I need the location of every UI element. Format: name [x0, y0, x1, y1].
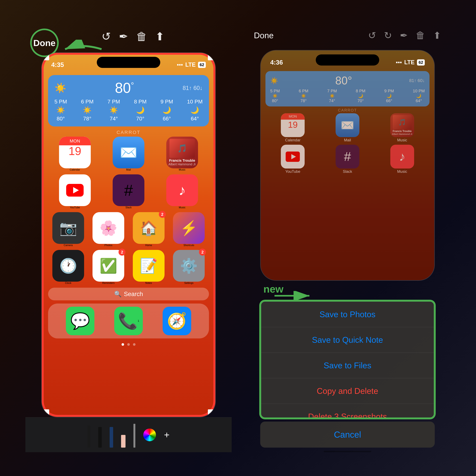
done-button-circle[interactable]: Done: [30, 29, 59, 57]
right-status-right: ▪▪▪ LTE 62: [396, 59, 425, 66]
slack-label: Slack: [125, 206, 132, 209]
weather-widget: ☀️ 80° 81↑ 60↓ 5 PM ☀️ 80°: [48, 75, 209, 126]
safari-dock-icon[interactable]: 🧭: [163, 307, 191, 335]
phone-badge: 1: [138, 320, 139, 323]
forecast-icon: 🌙: [190, 106, 199, 114]
notes-app-icon[interactable]: 📝: [133, 250, 165, 282]
right-signal: ▪▪▪: [396, 59, 402, 66]
right-phone-frame: 4:36 ▪▪▪ LTE 62 ☀️ 80° 81↑: [260, 50, 435, 281]
search-bar[interactable]: 🔍 Search: [48, 288, 209, 300]
youtube-label: YouTube: [70, 206, 80, 209]
right-status-bar: 4:36 ▪▪▪ LTE 62: [261, 51, 434, 69]
search-text: Search: [124, 291, 143, 298]
pen-black-tool[interactable]: [98, 422, 102, 448]
forecast-temp: 66°: [163, 116, 171, 122]
calendar-app-icon[interactable]: MON 19: [59, 136, 91, 168]
right-toolbar-icons: ↺ ↻ ✒ 🗑 ⬆: [280, 30, 441, 41]
pencil-tool[interactable]: [87, 422, 90, 448]
app-row-3: 📷 Camera 🌸 Photos 🏠 2: [42, 212, 215, 247]
clock-app-icon[interactable]: 🕐: [52, 250, 84, 282]
right-network: LTE: [404, 59, 415, 66]
cal-top: MON: [59, 136, 91, 145]
right-panel: Done ↺ ↻ ✒ 🗑 ⬆ 4:36 ▪▪▪ LTE: [244, 24, 451, 452]
left-panel: Done ↺ ✒ 🗑 ⬆: [25, 24, 232, 452]
save-to-photos-label: Save to Photos: [320, 310, 375, 319]
time: 4:35: [51, 61, 64, 68]
shortcuts-label: Shortcuts: [183, 244, 194, 247]
right-battery: 62: [417, 59, 425, 66]
phone-dock-icon[interactable]: 📞 1: [114, 307, 143, 335]
app-row-1: MON 19 Calendar ✉️ Mail: [42, 136, 215, 171]
slack-app-icon[interactable]: #: [113, 174, 144, 206]
forecast-temp: 78°: [83, 116, 91, 122]
album-art: 🎵: [177, 144, 187, 153]
network-label: LTE: [185, 61, 196, 68]
delete-screenshots-item[interactable]: Delete 3 Screenshots: [261, 404, 434, 418]
messages-dock-icon[interactable]: 💬: [66, 307, 94, 335]
reminders-label: Reminders: [102, 282, 115, 285]
pen-blue-tool[interactable]: [110, 422, 113, 448]
forecast-icon: 🌙: [162, 106, 171, 114]
photos-app-icon[interactable]: 🌸: [92, 212, 124, 244]
arrow-to-done: [57, 40, 105, 59]
trash-icon[interactable]: 🗑: [136, 30, 147, 43]
forecast-5pm: 5 PM ☀️ 80°: [54, 99, 67, 122]
photos-icon: 🌸: [100, 220, 117, 237]
dot-2: [127, 343, 130, 346]
song-artist: Albert Hammond Jr: [169, 162, 196, 166]
right-share-icon[interactable]: ⬆: [433, 30, 441, 41]
right-done-button[interactable]: Done: [254, 31, 273, 40]
share-icon[interactable]: ⬆: [155, 30, 165, 43]
right-redo-icon[interactable]: ↻: [384, 30, 392, 41]
forecast-temp: 64°: [191, 116, 199, 122]
right-time: 4:36: [270, 59, 283, 66]
context-menu: Save to Photos Save to Quick Note Save t…: [260, 301, 435, 418]
forecast-time: 8 PM: [134, 99, 146, 105]
right-undo-icon[interactable]: ↺: [368, 30, 376, 41]
done-label: Done: [33, 38, 55, 48]
camera-label: Camera: [64, 244, 73, 247]
save-to-photos-item[interactable]: Save to Photos: [261, 302, 434, 327]
music-app-icon[interactable]: 🎵 Francis Trouble Albert Hammond Jr: [166, 136, 198, 168]
music2-icon: ♪: [179, 182, 186, 199]
weather-range: 81↑ 60↓: [183, 85, 203, 91]
cancel-button[interactable]: Cancel: [260, 422, 435, 448]
forecast-time: 7 PM: [107, 99, 120, 105]
forecast-7pm: 7 PM ☀️ 74°: [107, 99, 120, 122]
color-picker[interactable]: [143, 422, 156, 448]
home-app-icon[interactable]: 🏠 2: [133, 212, 165, 244]
right-pen-icon[interactable]: ✒: [400, 30, 408, 41]
forecast-temp: 70°: [136, 116, 144, 122]
forecast-icon: ☀️: [56, 106, 65, 114]
add-tool-button[interactable]: +: [164, 422, 170, 448]
camera-app-icon[interactable]: 📷: [52, 212, 84, 244]
camera-icon: 📷: [59, 220, 77, 237]
forecast-time: 6 PM: [81, 99, 93, 105]
eraser-tool[interactable]: [121, 422, 125, 448]
mail-app-icon[interactable]: ✉️: [113, 136, 144, 168]
right-trash-icon[interactable]: 🗑: [416, 30, 425, 41]
toolbar-icons: ↺ ✒ 🗑 ⬆: [102, 30, 165, 43]
home-indicator-right: [324, 451, 371, 452]
music2-app-icon[interactable]: ♪: [166, 174, 198, 206]
settings-label: Settings: [184, 282, 193, 285]
shortcuts-app-icon[interactable]: ⚡: [173, 212, 205, 244]
save-to-quick-note-item[interactable]: Save to Quick Note: [261, 327, 434, 353]
youtube-app-icon[interactable]: [59, 174, 91, 206]
settings-badge: 2: [199, 249, 206, 255]
copy-and-delete-item[interactable]: Copy and Delete: [261, 378, 434, 404]
weather-icon: ☀️: [54, 82, 66, 94]
battery-badge: 62: [198, 62, 206, 68]
signal-icon: ▪▪▪: [177, 61, 183, 68]
pen-icon[interactable]: ✒: [119, 30, 128, 43]
reminders-app-icon[interactable]: ✅ 2: [92, 250, 124, 282]
settings-app-icon[interactable]: ⚙️ 2: [173, 250, 205, 282]
mail-label: Mail: [126, 168, 131, 171]
forecast-8pm: 8 PM 🌙 70°: [134, 99, 146, 122]
forecast-6pm: 6 PM ☀️ 78°: [81, 99, 93, 122]
reminders-badge: 2: [119, 249, 125, 255]
ruler-tool[interactable]: [134, 422, 135, 448]
save-to-files-item[interactable]: Save to Files: [261, 353, 434, 378]
right-arrow-indicator: [273, 291, 313, 301]
notes-label: Notes: [145, 282, 152, 285]
